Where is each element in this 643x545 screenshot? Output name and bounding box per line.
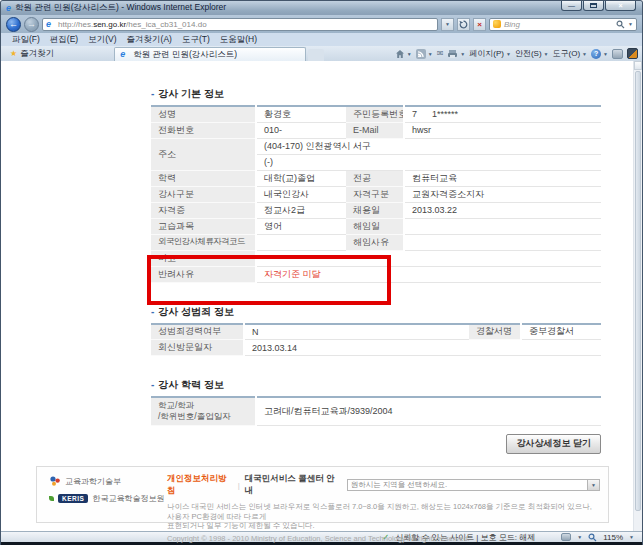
field-label: 채용일	[346, 202, 404, 218]
feeds-button[interactable]: ▼	[416, 49, 433, 59]
crime-info-table: 성범죄경력여부 N 경찰서명 중부경찰서 회신방문일자 2013.03.14	[151, 323, 601, 357]
field-value: 내국인강사	[256, 186, 346, 202]
addon-icon[interactable]	[612, 49, 623, 59]
scroll-up-button[interactable]	[634, 61, 642, 70]
keris-logo: KERIS 한국교육학술정보원	[49, 493, 165, 504]
region-select-value: 원하시는 지역을 선택하세요.	[348, 480, 447, 490]
refresh-icon	[459, 20, 468, 29]
page-viewport: -강사 기본 정보 성명 황경호 주민등록번호 7 1****** 전화번호 0…	[1, 61, 642, 531]
home-button[interactable]: ▼	[395, 49, 412, 59]
table-row: 외국인강사체류자격코드 해임사유	[151, 234, 601, 250]
maximize-button[interactable]	[583, 1, 604, 11]
menu-edit[interactable]: 편집(E)	[45, 34, 83, 46]
page-footer: 교육과학기술부 KERIS 한국교육학술정보원 개인정보처리방침 | 대국민서비…	[36, 466, 609, 523]
section-dash-icon: -	[151, 306, 154, 317]
tab-active[interactable]: e 학원 관련 민원(강사리스트)	[114, 47, 306, 61]
keris-badge: KERIS	[58, 494, 88, 503]
menu-favorites[interactable]: 즐겨찾기(A)	[122, 34, 177, 46]
field-value: 7 1******	[404, 106, 601, 122]
zoom-level[interactable]: 115%	[603, 533, 623, 542]
chevron-down-icon: ▼	[544, 51, 549, 57]
section-dash-icon: -	[151, 379, 154, 390]
field-value: 영어	[256, 218, 346, 234]
field-value: 2013.03.14	[244, 340, 601, 356]
window-controls: — ×	[560, 1, 636, 11]
page-menu-label: 페이지(P)	[469, 48, 504, 59]
menu-view[interactable]: 보기(V)	[83, 34, 121, 46]
field-value: hwsr	[404, 122, 601, 138]
scrollbar-thumb[interactable]	[635, 71, 641, 511]
field-value: (404-170) 인천광역시 서구	[256, 138, 601, 154]
field-label: 회신방문일자	[151, 340, 244, 356]
field-value: N	[244, 324, 469, 340]
field-label: 자격구분	[346, 186, 404, 202]
region-select[interactable]: 원하시는 지역을 선택하세요. ▼	[347, 479, 600, 491]
callcenter-label: 대국민서비스 콜센터 안내	[245, 473, 340, 497]
table-row: 전화번호 010- E-Mail hwsr	[151, 122, 601, 138]
field-value	[404, 234, 601, 250]
safety-menu-button[interactable]: 안전(S) ▼	[515, 48, 549, 59]
tab-title: 학원 관련 민원(강사리스트)	[133, 49, 237, 61]
keris-leaf-icon	[49, 496, 54, 501]
field-value	[404, 218, 601, 234]
safety-menu-label: 안전(S)	[515, 48, 542, 59]
close-button[interactable]: ×	[605, 1, 636, 11]
field-label: 주소	[151, 138, 256, 170]
search-input[interactable]: Bing ▼	[489, 18, 637, 31]
page-menu-button[interactable]: 페이지(P) ▼	[469, 48, 511, 59]
field-label: 주민등록번호	[346, 106, 404, 122]
print-button[interactable]: ▼	[447, 49, 465, 59]
maximize-icon	[590, 3, 597, 8]
search-icon[interactable]	[616, 20, 625, 29]
table-row: 주소 (404-170) 인천광역시 서구	[151, 138, 601, 154]
education-info-table: 학교/학과 /학위번호/졸업일자 고려대/컴퓨터교육과/3939/2004	[151, 396, 601, 426]
field-value: 010-	[256, 122, 346, 138]
tools-menu-button[interactable]: 도구(O) ▼	[553, 48, 588, 59]
field-label: 경찰서명	[469, 324, 521, 340]
chevron-down-icon: ▼	[603, 51, 608, 57]
back-button[interactable]: ←	[6, 17, 21, 32]
field-value: 중부경찰서	[521, 324, 601, 340]
chevron-down-icon: ▼	[582, 51, 587, 57]
menu-help[interactable]: 도움말(H)	[215, 34, 262, 46]
url-input[interactable]: e http://hes.sen.go.kr/hes_ica_cb31_014.…	[42, 18, 438, 31]
field-value: 고려대/컴퓨터교육과/3939/2004	[256, 397, 601, 425]
browser-window: e 학원 관련 민원(강사리스트) - Windows Internet Exp…	[0, 0, 643, 545]
forward-button[interactable]: →	[24, 17, 39, 32]
ministry-name: 교육과학기술부	[65, 476, 121, 487]
field-label: 해임사유	[346, 234, 404, 250]
feed-icon	[416, 49, 426, 59]
menu-tools[interactable]: 도구(T)	[177, 34, 215, 46]
field-label: 성명	[151, 106, 256, 122]
help-button[interactable]: ? ▼	[591, 49, 608, 59]
field-value	[256, 234, 346, 250]
table-row: 회신방문일자 2013.03.14	[151, 340, 601, 356]
mail-icon[interactable]: ✉	[437, 49, 444, 58]
url-dropdown-button[interactable]: ▼	[441, 18, 454, 31]
search-dropdown-icon[interactable]: ▼	[628, 21, 633, 27]
button-row: 강사상세정보 닫기	[151, 432, 601, 454]
section-dash-icon: -	[151, 88, 154, 99]
table-row: 학력 대학(교)졸업 전공 컴퓨터교육	[151, 170, 601, 186]
favorites-button[interactable]: ★ 즐겨찾기	[5, 48, 59, 60]
menu-file[interactable]: 파일(F)	[7, 34, 45, 46]
close-detail-button[interactable]: 강사상세정보 닫기	[506, 434, 601, 454]
stop-button[interactable]: ×	[473, 18, 486, 31]
field-value: (-)	[256, 154, 601, 170]
field-value: 정교사2급	[256, 202, 346, 218]
tab-favicon: e	[120, 50, 125, 59]
privacy-policy-link[interactable]: 개인정보처리방침	[167, 473, 233, 497]
refresh-button[interactable]	[457, 18, 470, 31]
vertical-scrollbar[interactable]	[633, 61, 642, 531]
new-tab-button[interactable]	[308, 49, 324, 61]
chevron-down-icon: ▼	[428, 51, 433, 57]
field-label: 외국인강사체류자격코드	[151, 234, 256, 250]
minimize-button[interactable]: —	[561, 1, 582, 11]
chevron-down-icon: ▼	[591, 482, 596, 488]
addon-icon-2[interactable]	[627, 48, 638, 59]
table-row: 성명 황경호 주민등록번호 7 1******	[151, 106, 601, 122]
zoom-dropdown-icon[interactable]: ▼	[629, 534, 634, 540]
select-arrow-button[interactable]: ▼	[587, 480, 599, 490]
field-label: 전화번호	[151, 122, 256, 138]
red-highlight-box	[147, 255, 391, 305]
